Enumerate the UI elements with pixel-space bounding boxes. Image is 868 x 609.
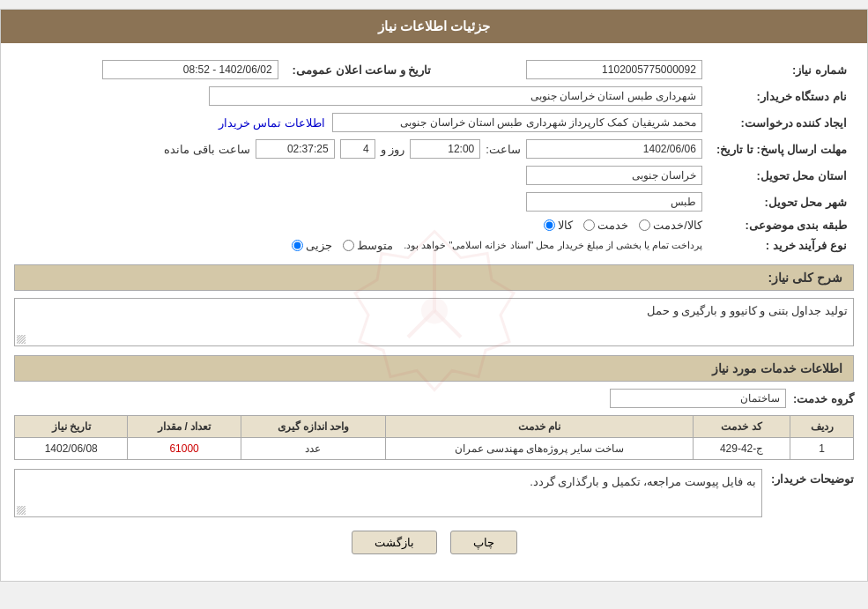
category-khadamat-radio[interactable] (583, 219, 595, 231)
announce-label: تاریخ و ساعت اعلان عمومی: (286, 56, 439, 83)
purchase-motavaset-item: متوسط (343, 239, 393, 252)
province-label: استان محل تحویل: (709, 162, 854, 189)
city-label: شهر محل تحویل: (709, 189, 854, 215)
td-0-1: ج-42-429 (693, 438, 790, 460)
category-cell: کالا/خدمت خدمت کالا (14, 215, 709, 235)
page-title: جزئیات اطلاعات نیاز (378, 19, 490, 33)
info-table: شماره نیاز: 1102005775000092 تاریخ و ساع… (14, 56, 854, 256)
page-header: جزئیات اطلاعات نیاز (1, 10, 867, 43)
purchase-type-label: نوع فرآیند خرید : (709, 235, 854, 256)
row-purchase-type: نوع فرآیند خرید : پرداخت تمام یا بخشی از… (14, 235, 854, 256)
category-kala-label: کالا (558, 219, 573, 232)
creator-label: ایجاد کننده درخواست: (709, 109, 854, 136)
buyer-name-label: نام دستگاه خریدار: (709, 83, 854, 109)
need-number-label: شماره نیاز: (709, 56, 854, 83)
td-0-5: 1402/06/08 (15, 438, 128, 460)
back-button[interactable]: بازگشت (352, 531, 437, 554)
row-city: شهر محل تحویل: طبس (14, 189, 854, 215)
creator-cell: محمد شریفیان کمک کارپرداز شهرداری طبس اس… (14, 109, 709, 136)
buyer-name-value: شهرداری طبس استان خراسان جنوبی (209, 86, 702, 106)
deadline-cell: 1402/06/06 ساعت: 12:00 روز و 4 02:37:25 … (14, 136, 709, 162)
category-radio-group: کالا/خدمت خدمت کالا (21, 219, 702, 232)
buyer-desc-box: به فایل پیوست مراجعه، تکمیل و بارگذاری گ… (14, 469, 762, 517)
deadline-row-flex: 1402/06/06 ساعت: 12:00 روز و 4 02:37:25 … (21, 139, 702, 159)
purchase-motavaset-label: متوسط (357, 239, 393, 252)
deadline-time: 12:00 (410, 139, 480, 159)
print-button[interactable]: چاپ (450, 531, 517, 554)
row-province: استان محل تحویل: خراسان جنوبی (14, 162, 854, 189)
table-row: 1ج-42-429ساخت سایر پروژه‌های مهندسی عمرا… (15, 438, 854, 460)
buyer-desc-resize-handle[interactable] (17, 506, 26, 515)
row-buyer-name: نام دستگاه خریدار: شهرداری طبس استان خرا… (14, 83, 854, 109)
row-creator: ایجاد کننده درخواست: محمد شریفیان کمک کا… (14, 109, 854, 136)
content-area: شماره نیاز: 1102005775000092 تاریخ و ساع… (1, 43, 867, 581)
contact-link[interactable]: اطلاعات تماس خریدار (219, 116, 325, 130)
services-table-head: ردیفکد خدمتنام خدمتواحد اندازه گیریتعداد… (15, 416, 854, 438)
category-label: طبقه بندی موضوعی: (709, 215, 854, 235)
province-cell: خراسان جنوبی (14, 162, 709, 189)
group-label: گروه خدمت: (793, 392, 854, 405)
category-khadamat-label: خدمت (597, 219, 628, 232)
services-section-title: اطلاعات خدمات مورد نیاز (14, 355, 854, 382)
resize-handle[interactable] (17, 335, 26, 344)
category-kala-khadamat-item: کالا/خدمت (639, 219, 702, 232)
th-5: تاریخ نیاز (15, 416, 128, 438)
services-table-body: 1ج-42-429ساخت سایر پروژه‌های مهندسی عمرا… (15, 438, 854, 460)
category-kala-khadamat-label: کالا/خدمت (653, 219, 702, 232)
category-kala-khadamat-radio[interactable] (639, 219, 650, 231)
row-category: طبقه بندی موضوعی: کالا/خدمت خدمت کالا (14, 215, 854, 235)
th-3: واحد اندازه گیری (241, 416, 385, 438)
deadline-time-label: ساعت: (486, 143, 521, 156)
main-container: جزئیات اطلاعات نیاز شماره نیاز: 11020057… (0, 9, 868, 582)
announce-cell: 1402/06/02 - 08:52 (14, 56, 286, 83)
th-4: تعداد / مقدار (128, 416, 241, 438)
category-kala-item: کالا (544, 219, 573, 232)
purchase-motavaset-radio[interactable] (343, 240, 354, 251)
buyer-desc-section: توضیحات خریدار: به فایل پیوست مراجعه، تک… (14, 469, 854, 517)
category-kala-radio[interactable] (544, 219, 555, 231)
group-value: ساختمان (610, 389, 786, 408)
th-2: نام خدمت (386, 416, 694, 438)
deadline-remaining-label: ساعت باقی مانده (164, 143, 249, 156)
row-deadline: مهلت ارسال پاسخ: تا تاریخ: 1402/06/06 سا… (14, 136, 854, 162)
row-need-number: شماره نیاز: 1102005775000092 تاریخ و ساع… (14, 56, 854, 83)
th-1: کد خدمت (693, 416, 790, 438)
purchase-jozyi-label: جزیی (306, 239, 332, 252)
need-number-cell: 1102005775000092 (438, 56, 709, 83)
deadline-days-label: روز و (381, 143, 405, 156)
group-row: گروه خدمت: ساختمان (14, 389, 854, 408)
purchase-type-radio-group: پرداخت تمام یا بخشی از مبلغ خریدار محل "… (21, 239, 702, 252)
purchase-note: پرداخت تمام یا بخشی از مبلغ خریدار محل "… (404, 240, 702, 251)
announce-value: 1402/06/02 - 08:52 (102, 60, 278, 79)
creator-value: محمد شریفیان کمک کارپرداز شهرداری طبس اس… (332, 113, 702, 132)
buyer-desc-text: به فایل پیوست مراجعه، تکمیل و بارگذاری گ… (530, 475, 756, 488)
td-0-3: عدد (241, 438, 385, 460)
button-row: چاپ بازگشت (14, 531, 854, 568)
city-cell: طبس (14, 189, 709, 215)
deadline-remaining: 02:37:25 (256, 139, 335, 159)
need-desc-section-title: شرح کلی نیاز: (14, 264, 854, 291)
creator-row-flex: محمد شریفیان کمک کارپرداز شهرداری طبس اس… (21, 113, 702, 132)
buyer-name-cell: شهرداری طبس استان خراسان جنوبی (14, 83, 709, 109)
deadline-label: مهلت ارسال پاسخ: تا تاریخ: (709, 136, 854, 162)
category-khadamat-item: خدمت (583, 219, 628, 232)
th-0: ردیف (790, 416, 854, 438)
need-desc-box: تولید جداول بتنی و کانیوو و بارگیری و حم… (14, 298, 854, 346)
td-0-2: ساخت سایر پروژه‌های مهندسی عمران (386, 438, 694, 460)
purchase-jozyi-radio[interactable] (292, 240, 303, 251)
services-header-row: ردیفکد خدمتنام خدمتواحد اندازه گیریتعداد… (15, 416, 854, 438)
deadline-date: 1402/06/06 (526, 139, 702, 159)
services-table: ردیفکد خدمتنام خدمتواحد اندازه گیریتعداد… (14, 415, 854, 460)
city-value: طبس (526, 192, 702, 212)
need-desc-text: تولید جداول بتنی و کانیوو و بارگیری و حم… (647, 304, 848, 317)
deadline-days: 4 (340, 139, 375, 159)
province-value: خراسان جنوبی (526, 166, 702, 185)
td-0-0: 1 (790, 438, 854, 460)
buyer-desc-label: توضیحات خریدار: (771, 469, 854, 486)
need-number-value: 1102005775000092 (526, 60, 702, 79)
td-0-4: 61000 (128, 438, 241, 460)
purchase-jozyi-item: جزیی (292, 239, 332, 252)
purchase-type-cell: پرداخت تمام یا بخشی از مبلغ خریدار محل "… (14, 235, 709, 256)
